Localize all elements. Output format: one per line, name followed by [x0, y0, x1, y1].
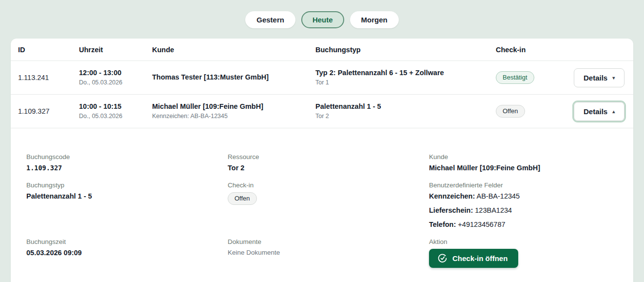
- resource-name: Tor 2: [315, 112, 496, 121]
- booking-detail-panel: Buchungscode 1.109.327 Ressource Tor 2 K…: [11, 128, 633, 281]
- details-button[interactable]: Details ▾: [574, 68, 624, 87]
- field-ressource: Ressource Tor 2: [228, 153, 429, 172]
- field-label: Buchungscode: [26, 153, 228, 161]
- column-header-id: ID: [18, 46, 79, 54]
- tab-heute[interactable]: Heute: [301, 11, 344, 28]
- field-value: 05.03.2026 09:09: [26, 249, 228, 257]
- details-button-label: Details: [584, 107, 607, 116]
- custom-field-name: Kennzeichen:: [429, 192, 475, 200]
- customer-name: Michael Müller [109:Feine GmbH]: [152, 102, 315, 112]
- field-value: Tor 2: [228, 164, 429, 172]
- column-header-kunde: Kunde: [152, 46, 315, 54]
- checkin-cell: Offen: [496, 105, 574, 118]
- custom-field-name: Telefon:: [429, 221, 456, 228]
- custom-field-value: 123BA1234: [475, 206, 512, 214]
- field-benutzerdefinierte-felder: Benutzerdefinierte Felder Kennzeichen: A…: [429, 181, 614, 228]
- customer-subtext: Kennzeichen: AB-BA-12345: [152, 112, 315, 121]
- field-aktion: Aktion Check-in öffnen: [429, 238, 614, 268]
- booking-type: Palettenanzahl 1 - 5: [315, 102, 496, 112]
- custom-field-value: AB-BA-12345: [477, 192, 520, 200]
- tab-morgen[interactable]: Morgen: [350, 11, 399, 28]
- status-badge: Offen: [496, 105, 525, 118]
- booking-id: 1.109.327: [18, 107, 79, 115]
- chevron-down-icon: ▾: [612, 75, 615, 81]
- field-label: Ressource: [228, 153, 429, 161]
- field-label: Benutzerdefinierte Felder: [429, 181, 614, 189]
- field-value: Keine Dokumente: [228, 249, 429, 256]
- status-badge: Bestätigt: [496, 71, 534, 84]
- date-tab-bar: Gestern Heute Morgen: [0, 0, 644, 39]
- field-label: Aktion: [429, 238, 614, 245]
- checkin-open-button[interactable]: Check-in öffnen: [429, 249, 518, 268]
- column-header-checkin: Check-in: [496, 46, 574, 54]
- chevron-up-icon: ▴: [612, 109, 615, 114]
- field-label: Buchungszeit: [26, 238, 228, 245]
- field-value: 1.109.327: [26, 164, 228, 172]
- customer-cell: Michael Müller [109:Feine GmbH] Kennzeic…: [152, 102, 315, 121]
- customer-name: Thomas Tester [113:Muster GmbH]: [152, 73, 315, 82]
- details-button-label: Details: [584, 74, 607, 82]
- custom-field-name: Lieferschein:: [429, 206, 473, 214]
- booking-time-range: 10:00 - 10:15: [79, 102, 152, 112]
- booking-time-cell: 12:00 - 13:00 Do., 05.03.2026: [79, 68, 152, 87]
- table-row: 1.113.241 12:00 - 13:00 Do., 05.03.2026 …: [11, 61, 633, 95]
- table-row: 1.109.327 10:00 - 10:15 Do., 05.03.2026 …: [11, 95, 633, 128]
- field-buchungszeit: Buchungszeit 05.03.2026 09:09: [26, 238, 228, 268]
- field-kunde: Kunde Michael Müller [109:Feine GmbH]: [429, 153, 614, 172]
- custom-field-telefon: Telefon: +49123456787: [429, 221, 614, 228]
- field-buchungstyp: Buchungstyp Palettenanzahl 1 - 5: [26, 181, 228, 228]
- field-label: Dokumente: [228, 238, 429, 245]
- column-header-buchungstyp: Buchungstyp: [315, 46, 496, 54]
- checkin-open-button-label: Check-in öffnen: [452, 254, 507, 262]
- field-label: Kunde: [429, 153, 614, 161]
- booking-type-cell: Typ 2: Palettenanzahl 6 - 15 + Zollware …: [315, 68, 496, 87]
- custom-field-kennzeichen: Kennzeichen: AB-BA-12345: [429, 192, 614, 200]
- field-buchungscode: Buchungscode 1.109.327: [26, 153, 228, 172]
- field-label: Buchungstyp: [26, 181, 228, 189]
- bookings-card: ID Uhrzeit Kunde Buchungstyp Check-in 1.…: [11, 39, 633, 282]
- details-button[interactable]: Details ▴: [574, 102, 624, 121]
- column-header-uhrzeit: Uhrzeit: [79, 46, 152, 54]
- booking-type: Typ 2: Palettenanzahl 6 - 15 + Zollware: [315, 68, 496, 78]
- booking-id: 1.113.241: [18, 74, 79, 81]
- booking-date: Do., 05.03.2026: [79, 78, 152, 87]
- field-value: Michael Müller [109:Feine GmbH]: [429, 164, 614, 172]
- checkin-cell: Bestätigt: [496, 71, 574, 84]
- custom-field-lieferschein: Lieferschein: 123BA1234: [429, 206, 614, 214]
- field-checkin: Check-in Offen: [228, 181, 429, 228]
- booking-time-cell: 10:00 - 10:15 Do., 05.03.2026: [79, 102, 152, 121]
- customer-cell: Thomas Tester [113:Muster GmbH]: [152, 73, 315, 82]
- status-badge: Offen: [228, 192, 257, 205]
- tab-gestern[interactable]: Gestern: [245, 11, 295, 28]
- custom-field-value: +49123456787: [458, 221, 505, 228]
- field-dokumente: Dokumente Keine Dokumente: [228, 238, 429, 268]
- check-circle-icon: [438, 254, 447, 263]
- resource-name: Tor 1: [315, 78, 496, 87]
- booking-date: Do., 05.03.2026: [79, 112, 152, 121]
- field-value: Palettenanzahl 1 - 5: [26, 192, 228, 200]
- table-header: ID Uhrzeit Kunde Buchungstyp Check-in: [11, 39, 633, 61]
- field-label: Check-in: [228, 181, 429, 189]
- booking-time-range: 12:00 - 13:00: [79, 68, 152, 78]
- booking-type-cell: Palettenanzahl 1 - 5 Tor 2: [315, 102, 496, 121]
